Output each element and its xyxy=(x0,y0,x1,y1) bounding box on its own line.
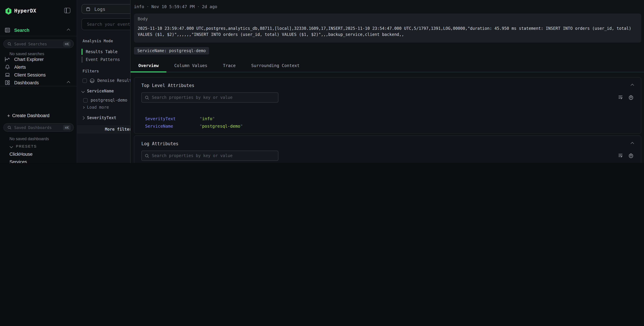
inactive-indicator xyxy=(82,57,82,63)
tab-trace[interactable]: Trace xyxy=(215,59,243,72)
attribute-key[interactable]: SeverityText xyxy=(145,116,200,121)
denoise-icon xyxy=(90,78,94,83)
plus-icon: + xyxy=(7,113,10,119)
sidebar: HyperDX Search Saved Searches ⌘K No save… xyxy=(0,0,77,163)
attribute-value[interactable]: info xyxy=(202,116,212,121)
mode-label: Results Table xyxy=(86,50,118,54)
event-timestamp: Nov 10 5:59:47 PM xyxy=(151,4,195,9)
sidebar-item-client-sessions[interactable]: Client Sessions xyxy=(0,71,77,79)
sidebar-item-dashboards[interactable]: Dashboards xyxy=(0,79,77,87)
search-filters-panel: Logs Search your event Analysis Mode Res… xyxy=(77,0,130,163)
filters-header: Filters xyxy=(82,69,99,74)
search-feed-icon xyxy=(5,28,10,33)
attribute-value[interactable]: postgresql-demo xyxy=(202,123,240,128)
mode-label: Event Patterns xyxy=(86,57,120,62)
source-selector[interactable]: Logs xyxy=(82,4,130,14)
property-search[interactable] xyxy=(142,92,278,103)
tab-column-values[interactable]: Column Values xyxy=(166,59,215,72)
section-tools xyxy=(618,95,634,100)
body-card: Body 2025-11-10 23:59:47.000 UTC,postgre… xyxy=(134,14,641,43)
body-label: Body xyxy=(138,16,148,21)
more-filters-label: More filters xyxy=(105,127,130,132)
chevron-down-icon xyxy=(10,145,13,148)
mode-results-table[interactable]: Results Table xyxy=(82,48,118,55)
brand-row: HyperDX xyxy=(0,7,77,16)
sidebar-item-label: Chart Explorer xyxy=(14,57,44,62)
saved-dashboards-input[interactable]: Saved Dashboards ⌘K xyxy=(4,123,74,132)
chevron-up-icon[interactable] xyxy=(631,142,634,145)
chevron-up-icon[interactable] xyxy=(67,29,70,32)
checkbox[interactable] xyxy=(82,78,87,83)
property-search-input[interactable] xyxy=(152,153,267,158)
wrap-lines-icon[interactable] xyxy=(618,153,623,158)
load-more[interactable]: Load more xyxy=(82,105,109,110)
no-saved-dashboards: No saved dashboards xyxy=(10,136,49,141)
kbd-shortcut: ⌘K xyxy=(63,125,71,130)
gear-icon[interactable] xyxy=(628,153,634,158)
saved-searches-placeholder: Saved Searches xyxy=(14,42,47,46)
chevron-up-icon[interactable] xyxy=(67,81,70,84)
search-icon xyxy=(8,42,12,46)
active-indicator xyxy=(82,49,82,55)
top-level-attribute-list: SeverityText "info" ServiceName "postgre… xyxy=(134,115,641,130)
sidebar-item-chart-explorer[interactable]: Chart Explorer xyxy=(0,55,77,63)
section-tools xyxy=(618,153,634,158)
option-label: postgresql-demo xyxy=(91,98,127,103)
denoise-filter[interactable]: Denoise Results xyxy=(82,78,130,83)
chart-icon xyxy=(5,57,10,62)
event-search-input[interactable]: Search your event xyxy=(82,18,130,30)
presets-header[interactable]: PRESETS xyxy=(10,144,37,148)
tab-overview[interactable]: Overview xyxy=(130,59,166,72)
sidebar-item-label: Client Sessions xyxy=(14,72,46,77)
preset-clickhouse[interactable]: ClickHouse xyxy=(10,152,33,157)
sidebar-item-label: Search xyxy=(14,28,30,33)
tab-surrounding-context[interactable]: Surrounding Context xyxy=(243,59,307,72)
search-icon xyxy=(145,154,149,158)
log-attributes-section: Log Attributes LogAttributes {} xyxy=(134,135,641,163)
chevron-right-icon xyxy=(81,116,85,120)
mode-event-patterns[interactable]: Event Patterns xyxy=(82,56,120,63)
divider xyxy=(0,36,77,36)
divider xyxy=(0,86,77,86)
create-dashboard-button[interactable]: Create Dashboard xyxy=(12,113,50,118)
chevron-right-icon xyxy=(82,106,84,109)
attribute-key[interactable]: ServiceName xyxy=(145,123,200,128)
presets-label: PRESETS xyxy=(16,144,37,148)
saved-searches-input[interactable]: Saved Searches ⌘K xyxy=(4,40,74,48)
chevron-up-icon[interactable] xyxy=(631,84,634,87)
sidebar-item-alerts[interactable]: Alerts xyxy=(0,63,77,71)
gear-icon[interactable] xyxy=(628,95,634,100)
body-text: 2025-11-10 23:59:47.000 UTC,postgres,ana… xyxy=(138,25,638,38)
chevron-down-icon xyxy=(81,89,85,93)
attribute-row[interactable]: ServiceName "postgresql-demo" xyxy=(134,122,641,130)
property-search[interactable] xyxy=(142,151,278,161)
search-icon xyxy=(145,95,149,100)
event-header: info·Nov 10 5:59:47 PM·2d ago xyxy=(134,4,217,9)
checkbox[interactable] xyxy=(83,98,88,102)
kbd-shortcut: ⌘K xyxy=(63,41,71,47)
servicename-tag[interactable]: ServiceName: postgresql-demo xyxy=(134,47,209,55)
preset-services[interactable]: Services xyxy=(10,159,27,163)
denoise-label: Denoise Results xyxy=(98,78,130,83)
wrap-lines-icon[interactable] xyxy=(618,95,623,100)
severitytext-group[interactable]: SeverityText xyxy=(82,115,116,120)
hyperdx-logo-icon xyxy=(5,8,12,15)
source-label: Logs xyxy=(94,6,105,12)
event-search-placeholder: Search your event xyxy=(87,22,130,27)
severity-badge: info xyxy=(134,4,144,9)
servicename-group[interactable]: ServiceName xyxy=(82,89,114,93)
sidebar-item-search[interactable]: Search xyxy=(0,26,77,34)
brand-name: HyperDX xyxy=(14,8,36,14)
property-search-input[interactable] xyxy=(152,95,267,100)
attribute-row[interactable]: SeverityText "info" xyxy=(134,115,641,122)
event-detail-panel: info·Nov 10 5:59:47 PM·2d ago Body 2025-… xyxy=(130,0,644,163)
more-filters-button[interactable]: More filters xyxy=(77,125,130,134)
servicename-option[interactable]: postgresql-demo xyxy=(83,98,127,103)
tabs: Overview Column Values Trace Surrounding… xyxy=(130,59,644,73)
search-icon xyxy=(8,125,12,130)
load-more-label: Load more xyxy=(87,105,109,110)
sidebar-item-label: Dashboards xyxy=(14,80,39,85)
sidebar-collapse-icon[interactable] xyxy=(64,8,70,13)
laptop-icon xyxy=(5,72,10,78)
grid-icon xyxy=(5,80,10,85)
